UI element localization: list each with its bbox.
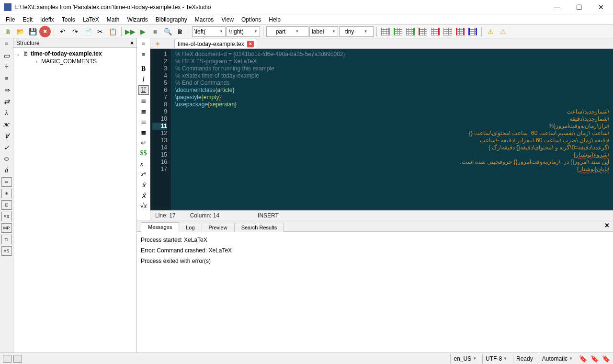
- expand-icon[interactable]: ›: [34, 59, 39, 64]
- tab-search-results[interactable]: Search Results: [234, 223, 284, 232]
- menu-help[interactable]: Help: [265, 15, 284, 24]
- sym-lambda-icon[interactable]: λ: [1, 108, 12, 118]
- tab-log[interactable]: Log: [179, 223, 202, 232]
- table-icon-6[interactable]: [442, 26, 454, 37]
- sym-forall-icon[interactable]: ∀: [1, 131, 12, 141]
- paste-button[interactable]: 📋: [107, 26, 118, 37]
- bold-button[interactable]: B: [138, 64, 149, 74]
- copy-button[interactable]: 📄: [82, 26, 93, 37]
- code-area[interactable]: % !TeX document-id = {0141bb1c-fd6e-490a…: [171, 49, 613, 210]
- sym-ps-icon[interactable]: PS: [1, 212, 12, 221]
- tree-child[interactable]: › MAGIC_COMMENTS: [14, 57, 136, 65]
- sym-infty-icon[interactable]: ∞: [1, 177, 12, 187]
- sym-mp-icon[interactable]: MP: [1, 223, 12, 233]
- table-icon-7[interactable]: [454, 26, 466, 37]
- tb-outline2-icon[interactable]: ≡: [138, 50, 149, 59]
- sym-ti-icon[interactable]: TI: [1, 235, 12, 244]
- close-button[interactable]: ✕: [590, 0, 612, 14]
- compile-button[interactable]: ▶: [137, 26, 148, 37]
- align-left-button[interactable]: ≣: [138, 96, 149, 105]
- table-icon-4[interactable]: [417, 26, 429, 37]
- align-right-button[interactable]: ≣: [138, 117, 149, 126]
- view-pdf-button[interactable]: 🔍: [162, 26, 173, 37]
- document-tab[interactable]: time-of-today-example.tex ×: [174, 39, 257, 48]
- open-button[interactable]: 📂: [14, 26, 26, 37]
- messages-area[interactable]: Process started: XeLaTeX Error: Command …: [137, 232, 613, 353]
- bookmark-1-icon[interactable]: 🔖: [579, 354, 587, 363]
- sym-list-icon[interactable]: ≡: [1, 39, 12, 49]
- maximize-button[interactable]: ☐: [568, 0, 590, 14]
- bookmark-2-icon[interactable]: 🔖: [590, 354, 599, 363]
- menu-macros[interactable]: Macros: [191, 15, 217, 24]
- dot-button[interactable]: ẋ: [138, 180, 149, 190]
- structure-tree[interactable]: ⌄ 🗎 time-of-today-example.tex › MAGIC_CO…: [13, 48, 136, 353]
- table-icon-3[interactable]: [405, 26, 416, 37]
- sym-dot-icon[interactable]: ⊡: [1, 200, 12, 210]
- tree-root[interactable]: ⌄ 🗎 time-of-today-example.tex: [14, 50, 136, 57]
- close-panel-icon[interactable]: ×: [605, 221, 609, 230]
- lang-chip[interactable]: en_US▼: [450, 354, 479, 364]
- menu-idefix[interactable]: Idefix: [36, 15, 58, 24]
- layout-toggle-2[interactable]: [13, 355, 22, 363]
- warning-icon-1[interactable]: ⚠: [485, 26, 496, 37]
- align-justify-button[interactable]: ≣: [138, 127, 149, 137]
- save-button[interactable]: 💾: [27, 26, 38, 37]
- code-editor[interactable]: 1 2 3 4 5 6 7 8 9 10 11 12 13 14: [150, 49, 613, 210]
- tab-preview[interactable]: Preview: [202, 223, 235, 232]
- ddot-button[interactable]: ẍ: [138, 191, 149, 200]
- sym-accent-icon[interactable]: á: [1, 166, 12, 175]
- table-icon-1[interactable]: [380, 26, 391, 37]
- sym-frac-icon[interactable]: ÷: [1, 62, 12, 72]
- left-delim-combo[interactable]: \left(▼: [192, 26, 226, 37]
- mathmode-button[interactable]: $$: [138, 148, 149, 158]
- section-combo[interactable]: part▼: [266, 26, 308, 37]
- sym-box-icon[interactable]: ▭: [1, 51, 12, 60]
- stop-compile-button[interactable]: ■: [149, 26, 161, 37]
- menu-wizards[interactable]: Wizards: [123, 15, 151, 24]
- tab-close-icon[interactable]: ×: [247, 41, 254, 47]
- size-combo[interactable]: tiny▼: [339, 26, 374, 37]
- menu-bibliography[interactable]: Bibliography: [152, 15, 191, 24]
- view-log-button[interactable]: 🗎: [174, 26, 186, 37]
- newline-button[interactable]: ↵: [138, 138, 149, 148]
- structure-close-icon[interactable]: ×: [130, 40, 134, 46]
- undo-button[interactable]: ↶: [57, 26, 68, 37]
- sym-ast-icon[interactable]: ✳: [1, 189, 12, 198]
- align-center-button[interactable]: ≣: [138, 106, 149, 116]
- table-icon-8[interactable]: [467, 26, 478, 37]
- menu-options[interactable]: Options: [238, 15, 265, 24]
- tb-outline1-icon[interactable]: ≡: [138, 39, 149, 49]
- redo-button[interactable]: ↷: [69, 26, 81, 37]
- sqrt-button[interactable]: √x: [138, 201, 149, 211]
- sym-arrow-icon[interactable]: ⇒: [1, 85, 12, 95]
- sym-equiv-icon[interactable]: ≡: [1, 74, 12, 83]
- auto-chip[interactable]: Automatic▼: [539, 354, 576, 364]
- sym-arrows2-icon[interactable]: ⇄: [1, 97, 12, 106]
- underline-button[interactable]: U: [138, 85, 149, 95]
- add-doc-button[interactable]: ✦: [153, 40, 162, 48]
- sym-smiley-icon[interactable]: ☺: [1, 154, 12, 164]
- bookmark-3-icon[interactable]: 🔖: [602, 354, 610, 363]
- tab-messages[interactable]: Messages: [141, 222, 179, 232]
- build-view-button[interactable]: ▶▶: [125, 26, 136, 37]
- ref-combo[interactable]: label▼: [309, 26, 338, 37]
- cut-button[interactable]: ✂: [94, 26, 106, 37]
- menu-tools[interactable]: Tools: [58, 15, 79, 24]
- sym-check-icon[interactable]: ✓: [1, 143, 12, 152]
- collapse-icon[interactable]: ⌄: [15, 51, 21, 57]
- menu-latex[interactable]: LaTeX: [79, 15, 103, 24]
- menu-file[interactable]: File: [2, 15, 19, 24]
- sym-zhe-icon[interactable]: ж: [1, 120, 12, 129]
- table-icon-2[interactable]: [392, 26, 404, 37]
- superscript-button[interactable]: xⁿ: [138, 170, 149, 179]
- table-icon-5[interactable]: [430, 26, 441, 37]
- new-doc-button[interactable]: 🗎: [2, 26, 13, 37]
- subscript-button[interactable]: x₋: [138, 159, 149, 169]
- menu-math[interactable]: Math: [103, 15, 124, 24]
- encoding-chip[interactable]: UTF-8▼: [482, 354, 510, 364]
- sym-as-icon[interactable]: AS: [1, 246, 12, 256]
- menu-edit[interactable]: Edit: [19, 15, 36, 24]
- right-delim-combo[interactable]: \right)▼: [227, 26, 260, 37]
- warning-icon-2[interactable]: ⚠: [497, 26, 509, 37]
- close-doc-button[interactable]: ✖: [39, 26, 51, 37]
